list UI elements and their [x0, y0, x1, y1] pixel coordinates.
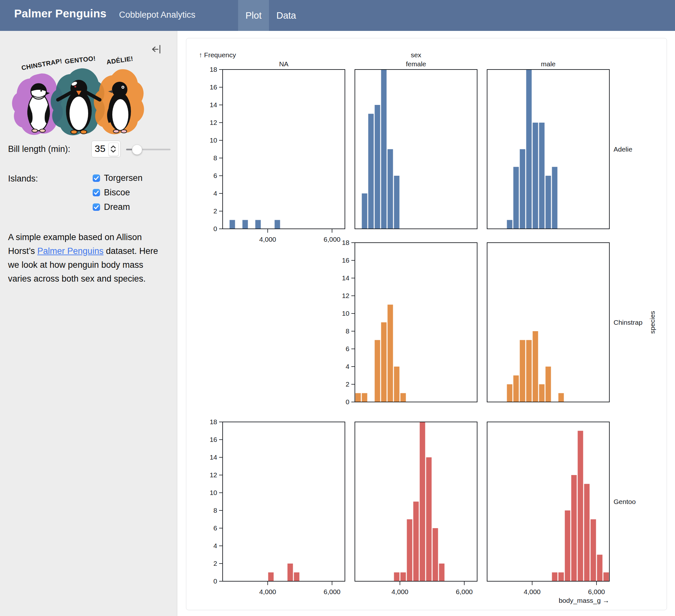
y-tick-label: 4: [213, 542, 217, 549]
x-tick-label: 4,000: [524, 588, 541, 596]
histogram-bar: [426, 457, 432, 581]
y-tick-label: 6: [213, 524, 217, 532]
histogram-bar: [597, 555, 603, 581]
y-tick-label: 4: [346, 363, 350, 370]
check-icon: [95, 206, 98, 209]
tab-plot[interactable]: Plot: [238, 0, 269, 31]
histogram-bar: [514, 167, 519, 229]
histogram-bar: [604, 572, 609, 581]
histogram-bar: [520, 149, 525, 229]
bill-length-input[interactable]: 35: [91, 141, 121, 157]
facet-column-label-female: female: [406, 60, 426, 68]
histogram-bar: [507, 220, 513, 229]
check-icon: [95, 177, 98, 180]
histogram-bar: [394, 366, 399, 402]
histogram-bar: [375, 340, 380, 402]
tab-data[interactable]: Data: [269, 0, 303, 31]
gentoo-label: GENTOO!: [64, 55, 96, 65]
histogram-bar: [394, 572, 399, 581]
y-tick-label: 0: [213, 225, 217, 232]
facet-column-label-male: male: [541, 60, 556, 68]
facet-row-label-gentoo: Gentoo: [613, 498, 636, 505]
x-tick-label: 6,000: [588, 588, 605, 596]
histogram-bar: [565, 510, 571, 581]
island-label-dream: Dream: [104, 202, 130, 212]
check-icon: [95, 191, 98, 194]
x-tick-label: 4,000: [259, 235, 276, 243]
checkbox-torgersen[interactable]: [93, 175, 100, 182]
stepper-down-icon: [111, 150, 116, 152]
x-tick-label: 6,000: [456, 588, 473, 596]
histogram-bar: [546, 366, 551, 402]
island-row-dream: Dream: [93, 203, 130, 211]
y-tick-label: 2: [213, 560, 217, 567]
y-tick-label: 16: [342, 257, 350, 264]
facet-row-label-chinstrap: Chinstrap: [613, 319, 643, 326]
y-tick-label: 2: [213, 207, 217, 215]
sidebar-collapse-icon[interactable]: [151, 44, 162, 55]
y-tick-label: 8: [346, 327, 350, 335]
histogram-bar: [578, 431, 583, 581]
histogram-bar: [362, 193, 367, 229]
histogram-bar: [539, 123, 545, 229]
checkbox-biscoe[interactable]: [93, 189, 100, 196]
y-tick-label: 8: [213, 154, 217, 161]
x-tick-label: 6,000: [324, 235, 341, 243]
sidebar: CHINSTRAP! GENTOO! ADÉLIE! Bill length (…: [0, 31, 177, 616]
stepper-up-icon: [111, 146, 116, 148]
y-tick-label: 6: [213, 172, 217, 179]
bill-length-label: Bill length (min):: [8, 144, 70, 154]
app-header: Palmer Penguins Cobblepot Analytics Plot…: [0, 0, 675, 31]
histogram-bar: [558, 572, 564, 581]
y-tick-label: 12: [210, 119, 217, 126]
y-tick-label: 12: [342, 292, 350, 299]
histogram-bar: [546, 176, 551, 229]
bill-length-slider[interactable]: [126, 141, 170, 157]
island-row-biscoe: Biscoe: [93, 188, 130, 197]
facet-frame: [355, 243, 477, 402]
bill-length-stepper[interactable]: [108, 143, 119, 156]
chinstrap-penguin: [27, 84, 50, 132]
histogram-bar: [394, 176, 399, 229]
histogram-bar: [591, 520, 596, 581]
histogram-bar: [400, 572, 406, 581]
histogram-bar: [362, 393, 367, 402]
x-tick-label: 4,000: [391, 588, 408, 596]
facet-column-label-na: NA: [279, 60, 288, 68]
palmer-penguins-link[interactable]: Palmer Penguins: [37, 246, 103, 256]
y-tick-label: 0: [213, 577, 217, 585]
histogram-bar: [255, 220, 261, 229]
histogram-bar: [381, 70, 387, 229]
histogram-bar: [584, 484, 590, 581]
y-tick-label: 2: [346, 381, 350, 388]
histogram-bar: [552, 167, 557, 229]
facet-frame: [223, 422, 345, 581]
histogram-bar: [558, 393, 564, 402]
facet-histogram-plot: 0246810121416180246810121416180246810121…: [186, 38, 667, 611]
histogram-bar: [520, 340, 525, 402]
y-tick-label: 4: [213, 190, 217, 197]
histogram-bar: [414, 502, 419, 581]
checkbox-dream[interactable]: [93, 203, 100, 211]
islands-label: Islands:: [8, 174, 38, 184]
app: Palmer Penguins Cobblepot Analytics Plot…: [0, 0, 675, 616]
histogram-bar: [539, 384, 545, 402]
y-tick-label: 14: [342, 274, 350, 282]
histogram-bar: [275, 220, 280, 229]
island-label-biscoe: Biscoe: [104, 188, 130, 198]
adelie-label: ADÉLIE!: [106, 55, 134, 66]
facet-y-axis-label: species: [649, 311, 656, 334]
y-tick-label: 0: [346, 398, 350, 406]
histogram-bar: [368, 114, 374, 229]
facet-x-axis-label: sex: [411, 51, 422, 59]
histogram-bar: [381, 323, 387, 402]
histogram-bar: [439, 563, 445, 581]
y-tick-label: 18: [342, 239, 350, 246]
sidebar-description: A simple example based on Allison Horst’…: [8, 230, 162, 286]
y-tick-label: 18: [210, 418, 217, 425]
slider-thumb[interactable]: [132, 144, 142, 155]
histogram-bar: [407, 520, 412, 581]
app-title: Palmer Penguins: [14, 7, 106, 20]
island-row-torgersen: Torgersen: [93, 174, 143, 182]
y-tick-label: 16: [210, 83, 217, 91]
